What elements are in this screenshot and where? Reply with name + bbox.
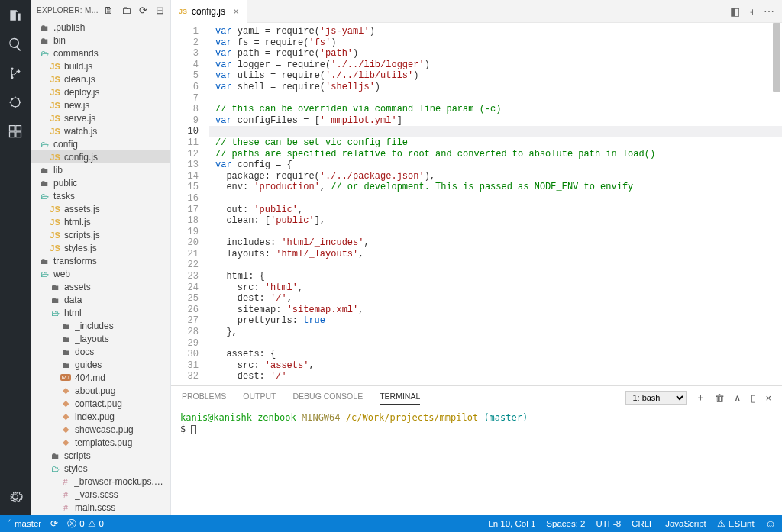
status-problems[interactable]: ⓧ 0 ⚠ 0 [67,518,104,530]
tree-item[interactable]: M↓404.md [31,371,170,384]
status-bar: ᚴ master ⟳ ⓧ 0 ⚠ 0 Ln 10, Col 1 Spaces: … [0,515,782,532]
terminal-body[interactable]: kanis@kanishk-zenbook MINGW64 /c/Work/pr… [171,409,782,515]
terminal-selector[interactable]: 1: bash [625,391,687,405]
new-file-icon[interactable]: 🗎 [104,5,114,16]
tree-item[interactable]: JSwatch.js [31,124,170,137]
tree-item[interactable]: JSnew.js [31,98,170,111]
tree-item[interactable]: ◆templates.pug [31,436,170,449]
explorer-sidebar: EXPLORER: M... 🗎 🗀 ⟳ ⊟ 🖿.publish🖿bin🗁com… [31,0,171,515]
tree-item[interactable]: 🗁tasks [31,189,170,202]
status-encoding[interactable]: UTF-8 [596,519,622,528]
js-icon: JS [179,8,187,15]
tree-item[interactable]: JSscripts.js [31,228,170,241]
tab-label: config.js [192,6,225,17]
terminal-user: kanis@kanishk-zenbook [180,412,296,423]
bottom-panel: PROBLEMS OUTPUT DEBUG CONSOLE TERMINAL 1… [171,385,782,515]
terminal-prompt: $ [180,424,186,434]
tree-item[interactable]: ◆showcase.pug [31,423,170,436]
tree-item[interactable]: 🗁commands [31,47,170,60]
tree-item[interactable]: 🖿scripts [31,449,170,462]
tree-item[interactable]: JSclean.js [31,73,170,85]
more-icon[interactable]: ⋯ [764,5,774,18]
editor-actions: ◧ ⫞ ⋯ [730,5,782,18]
tree-item[interactable]: 🗁config [31,137,170,150]
status-eol[interactable]: CRLF [632,519,654,528]
compare-icon[interactable]: ◧ [730,5,740,18]
tree-item[interactable]: 🖿_layouts [31,332,170,345]
status-language[interactable]: JavaScript [665,519,706,528]
split-terminal-icon[interactable]: ▯ [751,392,756,404]
tree-item[interactable]: 🖿assets [31,280,170,293]
tree-item[interactable]: 🖿guides [31,358,170,371]
tree-item[interactable]: 🖿bin [31,34,170,47]
vertical-scrollbar[interactable] [771,23,782,385]
tree-item[interactable]: 🖿.publish [31,21,170,34]
tab-output[interactable]: OUTPUT [243,392,276,404]
close-icon[interactable]: × [233,5,239,18]
code-editor[interactable]: 1234567891011121314151617181920212223242… [171,23,782,385]
activity-bar [0,0,31,515]
maximize-panel-icon[interactable]: ∧ [734,392,742,404]
terminal-cursor [191,425,196,434]
tree-item[interactable]: JSassets.js [31,202,170,215]
tab-terminal[interactable]: TERMINAL [380,392,420,405]
tree-item[interactable]: JSdeploy.js [31,85,170,98]
status-spaces[interactable]: Spaces: 2 [546,519,585,528]
tree-item[interactable]: JShtml.js [31,215,170,228]
editor-area: JS config.js × ◧ ⫞ ⋯ 1234567891011121314… [171,0,782,515]
status-feedback-icon[interactable]: ☺ [765,517,776,530]
status-sync[interactable]: ⟳ [50,518,58,529]
tab-config-js[interactable]: JS config.js × [171,0,247,23]
new-terminal-icon[interactable]: ＋ [696,391,706,405]
collapse-icon[interactable]: ⊟ [156,5,164,16]
explorer-icon[interactable] [6,6,24,24]
settings-icon[interactable] [6,488,24,506]
explorer-title: EXPLORER: M... [37,6,104,15]
tab-bar: JS config.js × ◧ ⫞ ⋯ [171,0,782,23]
terminal-branch: (master) [483,412,528,423]
source-control-icon[interactable] [6,64,24,82]
search-icon[interactable] [6,35,24,53]
tree-item[interactable]: JSconfig.js [31,150,170,163]
status-cursor[interactable]: Ln 10, Col 1 [488,519,535,528]
scrollbar-thumb[interactable] [773,23,780,92]
tab-debug-console[interactable]: DEBUG CONSOLE [293,392,364,404]
close-panel-icon[interactable]: × [765,392,771,404]
tree-item[interactable]: 🗁html [31,306,170,319]
status-branch[interactable]: ᚴ master [6,519,41,528]
tree-item[interactable]: 🗁styles [31,462,170,475]
code-content[interactable]: var yaml = require('js-yaml')var fs = re… [209,23,782,385]
panel-tabs: PROBLEMS OUTPUT DEBUG CONSOLE TERMINAL 1… [171,386,782,409]
extensions-icon[interactable] [6,122,24,140]
tree-item[interactable]: 🖿transforms [31,254,170,267]
tree-item[interactable]: 🖿public [31,176,170,189]
terminal-path: /c/Work/projects/mmpilot [346,412,478,423]
refresh-icon[interactable]: ⟳ [139,5,147,16]
tree-item[interactable]: 🖿_includes [31,319,170,332]
tree-item[interactable]: JSstyles.js [31,241,170,254]
tree-item[interactable]: #_browser-mockups.scss [31,475,170,488]
tree-item[interactable]: 🖿lib [31,163,170,176]
tree-item[interactable]: JSserve.js [31,111,170,124]
tree-item[interactable]: 🖿docs [31,345,170,358]
split-icon[interactable]: ⫞ [749,5,755,18]
terminal-host: MINGW64 [302,412,341,423]
tab-problems[interactable]: PROBLEMS [182,392,226,404]
tree-item[interactable]: 🖿data [31,293,170,306]
kill-terminal-icon[interactable]: 🗑 [715,392,725,404]
tree-item[interactable]: JSbuild.js [31,60,170,73]
status-eslint[interactable]: ⚠ ESLint [717,518,755,529]
debug-icon[interactable] [6,93,24,111]
tree-item[interactable]: #main.scss [31,501,170,514]
tree-item[interactable]: 🗁web [31,267,170,280]
tree-item[interactable]: ◆contact.pug [31,397,170,410]
app-root: EXPLORER: M... 🗎 🗀 ⟳ ⊟ 🖿.publish🖿bin🗁com… [0,0,782,515]
line-gutter: 1234567891011121314151617181920212223242… [171,23,209,385]
tree-item[interactable]: ◆about.pug [31,384,170,397]
new-folder-icon[interactable]: 🗀 [121,5,131,16]
tree-item[interactable]: ◆index.pug [31,410,170,423]
explorer-header: EXPLORER: M... 🗎 🗀 ⟳ ⊟ [31,0,170,21]
file-tree[interactable]: 🖿.publish🖿bin🗁commandsJSbuild.jsJSclean.… [31,21,170,515]
tree-item[interactable]: #_vars.scss [31,488,170,501]
